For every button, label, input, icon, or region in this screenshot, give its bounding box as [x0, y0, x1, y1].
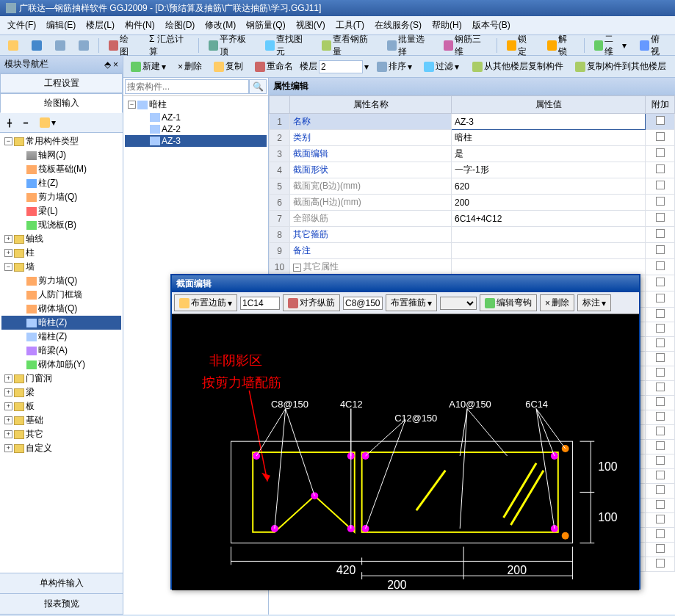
svg-rect-3	[362, 452, 558, 532]
app-title: 广联达—钢筋抽样软件 GGJ2009 - [D:\预结算及抽筋\广联达抽筋\学习…	[19, 2, 321, 15]
tree-o5[interactable]: +自定义	[1, 441, 121, 455]
btn-hook[interactable]: 编辑弯钩	[480, 294, 537, 311]
prop-row[interactable]: 6截面高(H边)(mm)200	[270, 195, 675, 211]
svg-line-4	[416, 471, 446, 510]
align-input[interactable]	[343, 297, 383, 310]
clist-root[interactable]: −暗柱	[125, 98, 267, 112]
clist-az3[interactable]: AZ-3	[125, 135, 267, 147]
search-input[interactable]	[125, 79, 249, 94]
btn-annotate[interactable]: 标注▾	[577, 294, 611, 311]
tree-col[interactable]: 柱(Z)	[1, 176, 121, 190]
svg-text:C8@150: C8@150	[271, 399, 308, 410]
tree-o4[interactable]: +其它	[1, 427, 121, 441]
btn-filter[interactable]: 过滤▾	[419, 58, 464, 75]
svg-text:420: 420	[336, 564, 356, 576]
pin-icon[interactable]: ⬘ ×	[104, 59, 118, 70]
tree-w2[interactable]: 砌体墙(Q)	[1, 302, 121, 316]
floor-label: 楼层	[300, 60, 317, 73]
tree-axis[interactable]: 轴网(J)	[1, 148, 121, 162]
edge-input[interactable]	[240, 297, 280, 310]
svg-line-28	[536, 409, 555, 456]
tree-w4[interactable]: 端柱(Z)	[1, 330, 121, 344]
clist-az1[interactable]: AZ-1	[125, 112, 267, 123]
search-button[interactable]: 🔍	[249, 79, 267, 94]
svg-text:4C12: 4C12	[340, 399, 363, 410]
nav-title: 模块导航栏	[4, 58, 48, 70]
tree-common[interactable]: −常用构件类型	[1, 134, 121, 148]
clist-az2[interactable]: AZ-2	[125, 123, 267, 135]
btn-copy-to[interactable]: 复制构件到其他楼层	[570, 58, 671, 75]
svg-text:200: 200	[387, 579, 407, 590]
tb-redo[interactable]	[73, 38, 94, 53]
tree-o2[interactable]: +板	[1, 399, 121, 413]
tree-w6[interactable]: 砌体加筋(Y)	[1, 358, 121, 372]
anno-2: 按剪力墙配筋	[202, 375, 281, 390]
btn-hoop[interactable]: 布置箍筋▾	[386, 294, 437, 311]
section-canvas[interactable]: 非阴影区 按剪力墙配筋 C	[172, 314, 639, 590]
section-toolbar: 布置边筋▾ 对齐纵筋 布置箍筋▾ 编辑弯钩 ×删除 标注▾	[172, 292, 639, 314]
prop-row[interactable]: 3截面编辑是	[270, 146, 675, 162]
tree-w3[interactable]: 暗柱(Z)	[1, 316, 121, 330]
tree-g-col[interactable]: +柱	[1, 246, 121, 260]
tree-g-axis[interactable]: +轴线	[1, 232, 121, 246]
svg-line-30	[536, 409, 566, 449]
title-bar: 广联达—钢筋抽样软件 GGJ2009 - [D:\预结算及抽筋\广联达抽筋\学习…	[0, 0, 675, 16]
tree-w1[interactable]: 人防门框墙	[1, 288, 121, 302]
tree-beam[interactable]: 梁(L)	[1, 204, 121, 218]
svg-text:100: 100	[598, 460, 618, 473]
floor-dd[interactable]: ▾	[364, 62, 369, 72]
svg-line-20	[275, 409, 286, 529]
tab-drawing[interactable]: 绘图输入	[0, 93, 123, 113]
prop-row[interactable]: 2类别暗柱	[270, 130, 675, 146]
btn-edge-rebar[interactable]: 布置边筋▾	[174, 294, 237, 311]
prop-row[interactable]: 7全部纵筋6C14+4C12	[270, 211, 675, 227]
svg-point-13	[551, 452, 558, 460]
tree-g-wall[interactable]: −墙	[1, 260, 121, 274]
tab-project[interactable]: 工程设置	[0, 73, 123, 93]
btab-report[interactable]: 报表预览	[0, 594, 123, 615]
floor-input[interactable]	[319, 60, 363, 73]
hoop-select[interactable]	[440, 297, 477, 310]
prop-row[interactable]: 1名称AZ-3	[270, 114, 675, 130]
svg-line-23	[366, 419, 405, 455]
btn-new[interactable]: 新建▾	[126, 58, 171, 75]
tree-collapse[interactable]: ━	[18, 115, 33, 130]
svg-text:100: 100	[598, 511, 618, 523]
col-val: 属性值	[452, 96, 646, 114]
tb-save[interactable]	[26, 38, 47, 53]
tb-undo[interactable]	[50, 38, 71, 53]
tree-slab[interactable]: 现浇板(B)	[1, 218, 121, 232]
tree-shear[interactable]: 剪力墙(Q)	[1, 190, 121, 204]
btab-single[interactable]: 单构件输入	[0, 573, 123, 594]
tree-opts[interactable]: ▾	[35, 115, 61, 130]
prop-row[interactable]: 8其它箍筋	[270, 227, 675, 243]
tree-w0[interactable]: 剪力墙(Q)	[1, 274, 121, 288]
svg-point-15	[551, 525, 558, 532]
btn-sect-del[interactable]: ×删除	[540, 294, 574, 311]
svg-text:C12@150: C12@150	[394, 413, 437, 424]
prop-row[interactable]: 9备注	[270, 243, 675, 259]
tree-expand[interactable]: ╋	[2, 115, 17, 130]
tree-o1[interactable]: +梁	[1, 385, 121, 399]
btn-copy[interactable]: 复制	[209, 58, 248, 75]
menu-file[interactable]: 文件(F)	[3, 18, 40, 33]
btn-sort[interactable]: 排序▾	[372, 58, 417, 75]
svg-line-0	[249, 391, 267, 482]
btn-rename[interactable]: 重命名	[250, 58, 298, 75]
section-title: 截面编辑	[172, 275, 639, 292]
btn-copy-from[interactable]: 从其他楼层复制构件	[467, 58, 568, 75]
prop-row[interactable]: 10− 其它属性	[270, 259, 675, 275]
svg-text:200: 200	[508, 564, 527, 576]
prop-row[interactable]: 5截面宽(B边)(mm)620	[270, 178, 675, 195]
prop-row[interactable]: 4截面形状一字-1形	[270, 162, 675, 178]
tree-w5[interactable]: 暗梁(A)	[1, 344, 121, 358]
tree-raft[interactable]: 筏板基础(M)	[1, 162, 121, 176]
tb-open[interactable]	[3, 38, 24, 53]
btn-del[interactable]: ×删除	[173, 58, 207, 75]
menu-edit[interactable]: 编辑(E)	[42, 18, 80, 33]
svg-rect-2	[231, 441, 573, 543]
col-name: 属性名称	[290, 96, 452, 114]
btn-align-rebar[interactable]: 对齐纵筋	[283, 294, 340, 311]
tree-o0[interactable]: +门窗洞	[1, 372, 121, 385]
tree-o3[interactable]: +基础	[1, 413, 121, 427]
